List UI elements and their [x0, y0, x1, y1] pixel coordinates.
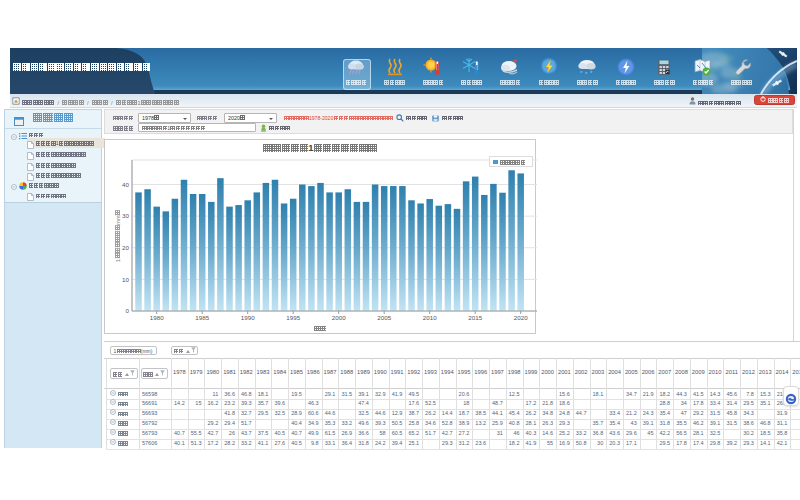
svg-text:1980: 1980 — [150, 314, 164, 321]
svg-text:0: 0 — [126, 307, 130, 314]
svg-text:*: * — [580, 70, 583, 76]
svg-text:40: 40 — [122, 181, 129, 188]
svg-text:2005: 2005 — [377, 314, 391, 321]
svg-text:1995: 1995 — [286, 314, 300, 321]
svg-text:1990: 1990 — [241, 314, 255, 321]
svg-text:10: 10 — [122, 276, 129, 283]
svg-text:2010: 2010 — [423, 314, 437, 321]
svg-text:30: 30 — [122, 212, 129, 219]
svg-text:*: * — [590, 70, 593, 76]
svg-text:2015: 2015 — [468, 314, 482, 321]
svg-text:20: 20 — [122, 244, 129, 251]
svg-text:2020: 2020 — [514, 314, 528, 321]
svg-text:1985: 1985 — [195, 314, 209, 321]
svg-text:2000: 2000 — [332, 314, 346, 321]
svg-text:*: * — [585, 71, 588, 77]
